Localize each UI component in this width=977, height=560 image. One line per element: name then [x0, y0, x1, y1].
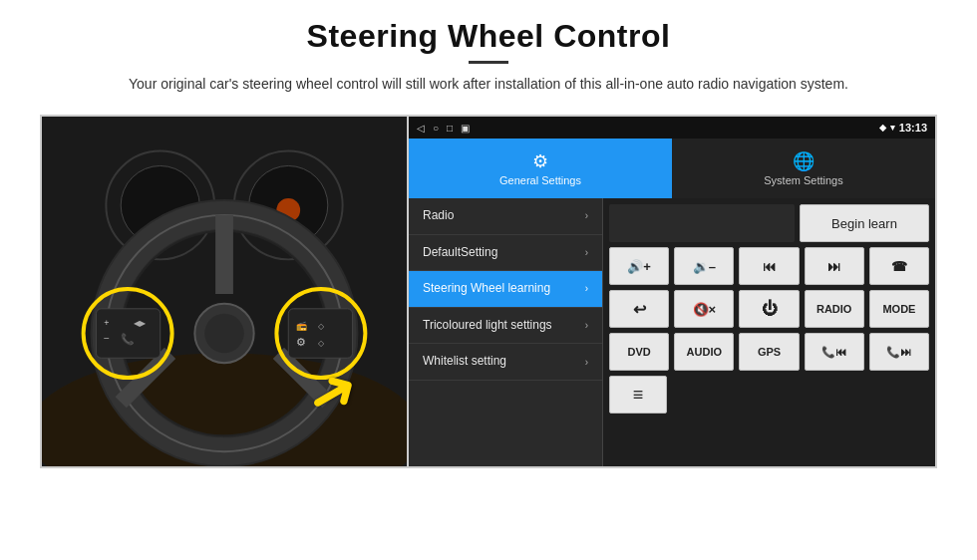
- title-divider: [469, 61, 508, 64]
- blank-area: [609, 204, 795, 242]
- button-row-1: 🔊+ 🔉– ⏮ ⏭ ☎: [609, 247, 929, 285]
- svg-text:+: +: [104, 318, 109, 328]
- vol-up-icon: 🔊+: [627, 259, 651, 274]
- subtitle: Your original car's steering wheel contr…: [129, 74, 848, 95]
- mode-label: MODE: [882, 303, 915, 315]
- left-menu: Radio › DefaultSetting › Steering Wheel …: [409, 198, 603, 466]
- prev-icon: ⏮: [763, 259, 776, 274]
- screen-icon: ▣: [461, 123, 470, 134]
- next-button[interactable]: ⏭: [805, 247, 864, 285]
- phone-button[interactable]: ☎: [869, 247, 929, 285]
- location-icon: ◆: [879, 123, 886, 133]
- mute-icon: 🔇×: [693, 302, 717, 317]
- menu-item-steering[interactable]: Steering Wheel learning ›: [409, 271, 602, 308]
- svg-text:⚙: ⚙: [296, 336, 306, 348]
- vol-up-button[interactable]: 🔊+: [609, 247, 669, 285]
- button-row-4: ≡: [609, 376, 929, 414]
- hangup-button[interactable]: ↩: [609, 290, 669, 328]
- settings-tabs: ⚙ General Settings 🌐 System Settings: [409, 139, 935, 198]
- next-icon: ⏭: [827, 259, 840, 274]
- audio-label: AUDIO: [687, 346, 722, 358]
- status-bar: ◁ ○ □ ▣ ◆ ▾ 13:13: [409, 117, 935, 139]
- menu-tricoloured-label: Tricoloured light settings: [423, 318, 585, 334]
- dvd-label: DVD: [627, 346, 650, 358]
- svg-text:◀▶: ◀▶: [134, 319, 147, 328]
- menu-item-radio[interactable]: Radio ›: [409, 198, 602, 235]
- svg-point-15: [204, 314, 244, 354]
- title-section: Steering Wheel Control Your original car…: [129, 18, 848, 95]
- steering-wheel-image: + – 📞 ◀▶ 📻 ◇ ⚙ ◇ ➜: [40, 115, 409, 468]
- gps-label: GPS: [758, 346, 781, 358]
- svg-text:◇: ◇: [318, 339, 325, 348]
- tab-general-label: General Settings: [499, 174, 581, 186]
- tab-system[interactable]: 🌐 System Settings: [672, 139, 935, 198]
- menu-item-whitelist[interactable]: Whitelist setting ›: [409, 344, 602, 381]
- phone-next-button[interactable]: 📞⏭: [869, 333, 929, 371]
- dvd-button[interactable]: DVD: [609, 333, 669, 371]
- clock: 13:13: [899, 122, 927, 134]
- vol-down-button[interactable]: 🔉–: [674, 247, 734, 285]
- radio-label: RADIO: [816, 303, 851, 315]
- hangup-icon: ↩: [633, 300, 646, 319]
- menu-whitelist-label: Whitelist setting: [423, 354, 585, 370]
- phone-prev-button[interactable]: 📞⏮: [805, 333, 864, 371]
- phone-next-icon: 📞⏭: [886, 346, 911, 359]
- recents-icon: □: [447, 123, 453, 134]
- vol-down-icon: 🔉–: [693, 259, 716, 274]
- button-row-3: DVD AUDIO GPS 📞⏮ 📞⏭: [609, 333, 929, 371]
- android-ui: ◁ ○ □ ▣ ◆ ▾ 13:13 ⚙ General Settings: [409, 115, 937, 468]
- svg-text:◇: ◇: [318, 322, 325, 331]
- status-bar-right: ◆ ▾ 13:13: [879, 122, 927, 134]
- prev-button[interactable]: ⏮: [739, 247, 799, 285]
- power-button[interactable]: ⏻: [739, 290, 799, 328]
- menu-steering-label: Steering Wheel learning: [423, 281, 585, 297]
- menu-radio-label: Radio: [423, 208, 585, 224]
- chevron-icon: ›: [585, 283, 588, 294]
- phone-prev-icon: 📞⏮: [821, 346, 846, 359]
- page-title: Steering Wheel Control: [129, 18, 848, 55]
- wifi-icon: ▾: [890, 123, 895, 133]
- mode-button[interactable]: MODE: [869, 290, 929, 328]
- svg-text:📞: 📞: [121, 332, 135, 346]
- list-button[interactable]: ≡: [609, 376, 667, 414]
- menu-item-default[interactable]: DefaultSetting ›: [409, 235, 602, 272]
- chevron-icon: ›: [585, 247, 588, 258]
- home-icon: ○: [433, 123, 439, 134]
- mute-button[interactable]: 🔇×: [674, 290, 734, 328]
- menu-item-tricoloured[interactable]: Tricoloured light settings ›: [409, 308, 602, 345]
- phone-icon: ☎: [891, 259, 907, 274]
- general-settings-icon: ⚙: [532, 150, 548, 172]
- page-container: Steering Wheel Control Your original car…: [0, 0, 977, 560]
- tab-general[interactable]: ⚙ General Settings: [409, 139, 672, 198]
- chevron-icon: ›: [585, 210, 588, 221]
- svg-rect-21: [288, 309, 352, 358]
- button-row-2: ↩ 🔇× ⏻ RADIO MODE: [609, 290, 929, 328]
- menu-default-label: DefaultSetting: [423, 245, 585, 261]
- content-area: + – 📞 ◀▶ 📻 ◇ ⚙ ◇ ➜ ◁: [40, 115, 937, 468]
- back-icon: ◁: [417, 123, 425, 134]
- right-panel: Begin learn 🔊+ 🔉– ⏮: [603, 198, 935, 466]
- radio-button[interactable]: RADIO: [805, 290, 864, 328]
- chevron-icon: ›: [585, 357, 588, 368]
- begin-learn-button[interactable]: Begin learn: [800, 204, 929, 242]
- list-icon: ≡: [633, 385, 644, 406]
- power-icon: ⏻: [762, 300, 778, 318]
- chevron-icon: ›: [585, 320, 588, 331]
- status-bar-left: ◁ ○ □ ▣: [417, 123, 470, 134]
- gps-button[interactable]: GPS: [739, 333, 799, 371]
- main-content: Radio › DefaultSetting › Steering Wheel …: [409, 198, 935, 466]
- svg-text:–: –: [104, 333, 109, 343]
- system-settings-icon: 🌐: [793, 150, 814, 172]
- svg-text:📻: 📻: [296, 320, 308, 332]
- tab-system-label: System Settings: [764, 174, 842, 186]
- top-row: Begin learn: [609, 204, 929, 242]
- audio-button[interactable]: AUDIO: [674, 333, 734, 371]
